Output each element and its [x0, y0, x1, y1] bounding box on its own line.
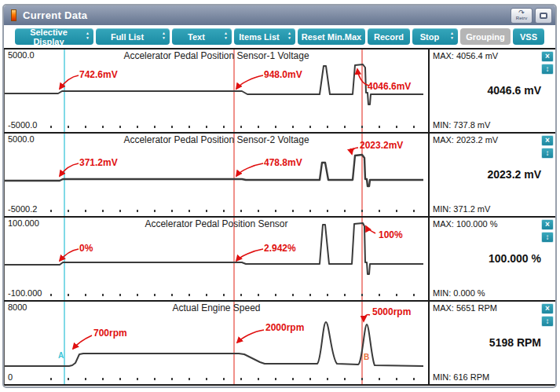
record-button[interactable]: Record [368, 28, 410, 45]
close-icon: × [545, 304, 550, 313]
cursor-b1-value: 948.0mV [264, 69, 302, 80]
current-data-window: Current Data ↷ Retrv Selective Display ▲… [2, 4, 557, 388]
strip-chart-svg [5, 49, 429, 132]
retrieve-button[interactable]: ↷ Retrv [511, 8, 533, 24]
cursor-a-value: 0% [79, 243, 93, 254]
resize-chart-button[interactable]: ↕ [541, 148, 554, 159]
title-bar: Current Data ↷ Retrv [4, 5, 555, 25]
full-list-label: Full List [111, 32, 144, 42]
annotation-arrow [60, 163, 79, 176]
current-readout: 2023.2 mV [488, 168, 542, 181]
annotation-arrow [236, 163, 263, 176]
cursor-a-value: 742.6mV [79, 69, 118, 80]
peak-value: 100% [379, 229, 403, 240]
signal-trace [5, 223, 423, 274]
cursor-a-marker: A [58, 351, 64, 360]
selective-display-button[interactable]: Selective Display ▲▼ [15, 28, 93, 45]
cursor-b1-value: 2.942% [264, 243, 296, 254]
value-panel: MAX: 2023.2 mV 2023.2 mV MIN: 371.2 mV ×… [428, 134, 555, 216]
chart-plot-area[interactable]: 100.000 Accelerator Pedal Position Senso… [4, 218, 428, 300]
x-axis-ticks [50, 294, 423, 296]
strip-chart-svg [5, 302, 429, 384]
reset-minmax-label: Reset Min.Max [302, 32, 361, 42]
close-chart-button[interactable]: × [541, 135, 554, 146]
reset-minmax-button[interactable]: Reset Min.Max [298, 28, 365, 45]
updown-arrow-icon: ↕ [546, 233, 550, 241]
value-panel: MAX: 4056.4 mV 4046.6 mV MIN: 737.8 mV ×… [428, 49, 555, 132]
annotation-arrow [236, 75, 263, 89]
retrieve-arrow-icon: ↷ [518, 10, 525, 16]
chevron-updown-icon: ▲▼ [287, 31, 291, 40]
vss-label: VSS [520, 32, 537, 42]
x-axis-ticks [50, 378, 423, 380]
chevron-updown-icon: ▲▼ [450, 31, 454, 40]
chevron-updown-icon: ▲▼ [224, 31, 228, 40]
chart-row-engine-speed: 8000 Actual Engine Speed 700rpm 2000rpm … [4, 302, 555, 386]
text-mode-button[interactable]: Text ▲▼ [172, 28, 232, 45]
close-chart-button[interactable]: × [541, 303, 554, 314]
annotation-arrow [352, 148, 358, 154]
strip-chart-svg [5, 218, 429, 300]
annotation-arrow [236, 249, 263, 261]
stop-button[interactable]: Stop ▲▼ [412, 28, 458, 45]
chart-title: Accelerator Pedal Position Sensor-1 Volt… [5, 50, 428, 61]
cursor-a-value: 700rpm [93, 328, 127, 339]
retrieve-label: Retrv [516, 16, 527, 20]
window-restore-button[interactable] [535, 8, 552, 24]
close-icon: × [545, 136, 550, 145]
resize-chart-button[interactable]: ↕ [541, 232, 554, 243]
signal-trace [5, 155, 423, 186]
text-mode-label: Text [188, 32, 205, 42]
toolbar: Selective Display ▲▼ Full List ▲▼ Text ▲… [4, 25, 555, 48]
cursor-b-marker: B [364, 353, 369, 361]
chart-plot-area[interactable]: 8000 Actual Engine Speed 700rpm 2000rpm … [4, 302, 428, 384]
updown-arrow-icon: ↕ [546, 148, 550, 157]
chart-plot-area[interactable]: 5000.0 Accelerator Pedal Position Sensor… [4, 49, 428, 132]
annotation-arrow [60, 75, 79, 89]
min-readout: MIN: 616 RPM [433, 372, 552, 382]
app-icon [11, 9, 16, 21]
items-list-label: Items List [239, 32, 279, 42]
full-list-button[interactable]: Full List ▲▼ [96, 28, 170, 45]
annotation-arrow [60, 249, 79, 261]
min-readout: MIN: 737.8 mV [433, 120, 552, 130]
value-panel: MAX: 100.000 % 100.000 % MIN: 0.000 % × … [428, 218, 555, 300]
selective-display-label: Selective Display [15, 27, 82, 46]
x-axis-ticks [50, 126, 423, 128]
max-readout: MAX: 4056.4 mV [433, 51, 552, 60]
restore-icon [540, 13, 547, 19]
updown-arrow-icon: ↕ [546, 317, 550, 325]
y-min-label: -5000.0 [8, 120, 37, 130]
chart-plot-area[interactable]: 5000.0 Accelerator Pedal Position Sensor… [4, 134, 428, 216]
signal-trace [5, 322, 423, 366]
chart-row-apps-percent: 100.000 Accelerator Pedal Position Senso… [4, 218, 555, 302]
close-icon: × [545, 220, 550, 229]
close-icon: × [545, 52, 550, 60]
chart-title: Actual Engine Speed [5, 302, 428, 313]
record-label: Record [374, 32, 404, 42]
min-readout: MIN: 0.000 % [433, 288, 552, 298]
peak-value: 4046.6mV [368, 81, 411, 92]
chart-row-apps2-voltage: 5000.0 Accelerator Pedal Position Sensor… [4, 134, 555, 218]
peak-value: 5000rpm [372, 306, 411, 317]
max-readout: MAX: 2023.2 mV [433, 135, 552, 145]
resize-chart-button[interactable]: ↕ [541, 64, 554, 75]
grouping-label: Grouping [466, 32, 505, 42]
current-readout: 100.000 % [489, 252, 541, 265]
grouping-button: Grouping [460, 28, 511, 45]
y-min-label: -100.000 [8, 288, 42, 298]
resize-chart-button[interactable]: ↕ [541, 316, 554, 327]
x-axis-ticks [50, 210, 423, 212]
min-readout: MIN: 371.2 mV [433, 204, 552, 214]
close-chart-button[interactable]: × [541, 51, 554, 62]
items-list-button[interactable]: Items List ▲▼ [234, 28, 295, 45]
window-title: Current Data [23, 9, 87, 21]
y-min-label: 0 [8, 372, 13, 382]
annotation-arrow [237, 330, 264, 343]
chart-title: Accelerator Pedal Position Sensor [5, 218, 428, 229]
cursor-b1-value: 2000rpm [265, 322, 304, 333]
cursor-a-value: 371.2mV [79, 157, 118, 168]
vss-button[interactable]: VSS [513, 28, 544, 45]
annotation-arrow [364, 315, 370, 321]
close-chart-button[interactable]: × [541, 219, 554, 230]
